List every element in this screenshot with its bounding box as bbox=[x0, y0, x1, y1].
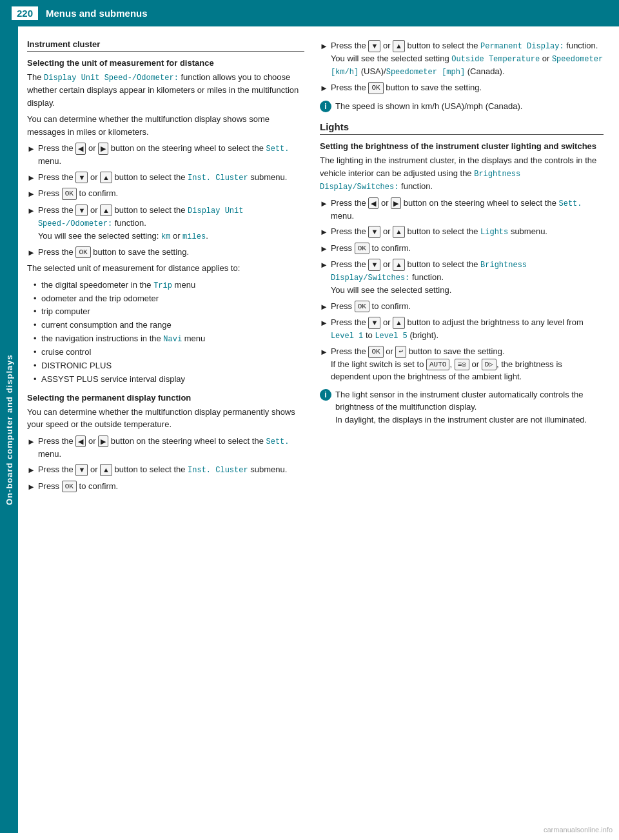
navi-mono: Navi bbox=[163, 335, 182, 344]
info-icon-1: i bbox=[320, 101, 331, 112]
r-step2-item: ► Press the OK button to save the settin… bbox=[320, 81, 604, 95]
info-box-2: i The light sensor in the instrument clu… bbox=[320, 388, 604, 426]
inst-cluster-mono-s2: Inst. Cluster bbox=[188, 466, 248, 475]
subsection2-text: You can determine whether the multifunct… bbox=[27, 406, 304, 431]
step1-item: ► Press the ◀ or ▶ button on the steerin… bbox=[27, 142, 304, 168]
watermark: carmanualsonline.info bbox=[544, 826, 613, 834]
r-step1-content: Press the ▼ or ▲ button to select the Pe… bbox=[331, 39, 604, 78]
up-arrow-btn-2: ▲ bbox=[100, 172, 112, 184]
ok-btn-2: OK bbox=[75, 246, 90, 259]
ok-btn-l5: OK bbox=[355, 301, 369, 313]
up-arrow-r1: ▲ bbox=[393, 40, 405, 52]
sett-mono-1: Sett. bbox=[266, 145, 289, 154]
l-step4-content: Press the ▼ or ▲ button to select the Br… bbox=[331, 258, 604, 297]
down-arrow-l4: ▼ bbox=[368, 259, 380, 271]
speedometer-mph-mono: Speedometer [mph] bbox=[386, 68, 465, 77]
l-step6-content: Press the ▼ or ▲ button to adjust the br… bbox=[331, 316, 604, 342]
step2-item: ► Press the ▼ or ▲ button to select the … bbox=[27, 171, 304, 185]
r-step1-item: ► Press the ▼ or ▲ button to select the … bbox=[320, 39, 604, 78]
step4-content: Press the ▼ or ▲ button to select the Di… bbox=[38, 204, 304, 243]
d-btn-l7: D▷ bbox=[482, 359, 496, 371]
sett-mono-s2: Sett. bbox=[266, 437, 289, 446]
ok-btn-s2: OK bbox=[62, 481, 77, 493]
right-column: ► Press the ▼ or ▲ button to select the … bbox=[320, 39, 604, 820]
section-title-instrument: Instrument cluster bbox=[27, 39, 304, 52]
level1-mono: Level 1 bbox=[331, 332, 363, 341]
arrow-sym-3: ► bbox=[27, 188, 35, 201]
trip-mono: Trip bbox=[153, 281, 172, 290]
l-step4-item: ► Press the ▼ or ▲ button to select the … bbox=[320, 258, 604, 297]
lights-subsection-title: Setting the brightness of the instrument… bbox=[320, 141, 604, 151]
bullet-list: the digital speedometer in the Trip menu… bbox=[34, 279, 304, 386]
l-step2-content: Press the ▼ or ▲ button to select the Li… bbox=[331, 225, 604, 238]
step3-item: ► Press OK to confirm. bbox=[27, 187, 304, 201]
auto-btn-l7: AUTO bbox=[426, 359, 449, 371]
arrow-sym-l4: ► bbox=[320, 259, 328, 272]
arrow-sym-r1: ► bbox=[320, 40, 328, 53]
inst-cluster-mono-1: Inst. Cluster bbox=[188, 174, 248, 183]
lights-title: Lights bbox=[320, 121, 604, 135]
arrow-sym-1: ► bbox=[27, 143, 35, 155]
subsection1-intro-para: The Display Unit Speed-/Odometer: functi… bbox=[27, 71, 304, 109]
header-title: Menus and submenus bbox=[46, 8, 148, 19]
ok-btn-l3: OK bbox=[355, 243, 369, 255]
ok-btn-1: OK bbox=[62, 188, 77, 200]
permanent-display-mono: Permanent Display: bbox=[480, 42, 564, 51]
lights-mono-l2: Lights bbox=[480, 228, 508, 237]
measurement-applies-text: The selected unit of measurement for dis… bbox=[27, 262, 304, 275]
list-item: trip computer bbox=[34, 305, 304, 319]
arrow-sym-2: ► bbox=[27, 172, 35, 185]
arrow-sym-r2: ► bbox=[320, 82, 328, 95]
info-icon-2: i bbox=[320, 389, 331, 401]
arrow-sym-l7: ► bbox=[320, 346, 328, 359]
arrow-sym-4: ► bbox=[27, 205, 35, 217]
list-item: current consumption and the range bbox=[34, 319, 304, 332]
up-arrow-l2: ▲ bbox=[393, 226, 405, 238]
level5-mono: Level 5 bbox=[375, 332, 407, 341]
l-step7-content: Press the OK or ↩ button to save the set… bbox=[331, 345, 604, 383]
doc-btn-l7: ≡◎ bbox=[455, 359, 469, 371]
step3-content: Press OK to confirm. bbox=[38, 187, 304, 200]
left-arrow-btn-1: ◀ bbox=[75, 143, 86, 155]
left-arrow-btn-s2: ◀ bbox=[75, 435, 86, 448]
arrow-sym-l2: ► bbox=[320, 226, 328, 239]
arrow-sym-5: ► bbox=[27, 246, 35, 259]
down-arrow-s2-2: ▼ bbox=[75, 464, 88, 476]
left-column: Instrument cluster Selecting the unit of… bbox=[27, 39, 304, 820]
arrow-sym-l5: ► bbox=[320, 301, 328, 314]
arrow-sym-l6: ► bbox=[320, 317, 328, 330]
up-arrow-l6: ▲ bbox=[393, 317, 405, 329]
ok-btn-l7: OK bbox=[368, 346, 383, 358]
l-step1-item: ► Press the ◀ or ▶ button on the steerin… bbox=[320, 197, 604, 223]
arrow-sym-s2-1: ► bbox=[27, 435, 35, 448]
s2-step2-content: Press the ▼ or ▲ button to select the In… bbox=[38, 463, 304, 476]
list-item: cruise control bbox=[34, 346, 304, 359]
header-bar: 220 Menus and submenus bbox=[0, 0, 619, 26]
brightness-mono: Brightness Display/Switches: bbox=[320, 170, 520, 192]
l-step5-content: Press OK to confirm. bbox=[331, 300, 604, 313]
step2-content: Press the ▼ or ▲ button to select the In… bbox=[38, 171, 304, 184]
ok-btn-r2: OK bbox=[368, 82, 383, 94]
outside-temp-mono: Outside Temperature bbox=[451, 55, 540, 64]
sidebar: On-board computer and displays bbox=[0, 26, 18, 833]
list-item: ASSYST PLUS service interval display bbox=[34, 373, 304, 386]
up-arrow-l4: ▲ bbox=[393, 259, 405, 271]
down-arrow-r1: ▼ bbox=[368, 40, 380, 52]
brightness-mono-l4: Brightness Display/Switches: bbox=[331, 261, 527, 283]
arrow-sym-s2-3: ► bbox=[27, 481, 35, 494]
s2-step3-content: Press OK to confirm. bbox=[38, 480, 304, 493]
display-unit-mono-2: Display Unit Speed-/Odometer: bbox=[38, 206, 244, 228]
subsection1-text2: You can determine whether the multifunct… bbox=[27, 113, 304, 138]
step4-item: ► Press the ▼ or ▲ button to select the … bbox=[27, 204, 304, 243]
s2-step3-item: ► Press OK to confirm. bbox=[27, 480, 304, 494]
arrow-sym-s2-2: ► bbox=[27, 464, 35, 477]
s2-step1-content: Press the ◀ or ▶ button on the steering … bbox=[38, 435, 304, 461]
info-box-1: i The speed is shown in km/h (USA)/mph (… bbox=[320, 100, 604, 113]
subsection2-title: Selecting the permanent display function bbox=[27, 393, 304, 403]
info1-text: The speed is shown in km/h (USA)/mph (Ca… bbox=[335, 100, 522, 113]
left-arrow-l1: ◀ bbox=[368, 197, 378, 210]
arrow-sym-l3: ► bbox=[320, 243, 328, 255]
arrow-sym-l1: ► bbox=[320, 197, 328, 210]
l-step3-content: Press OK to confirm. bbox=[331, 242, 604, 255]
step5-item: ► Press the OK button to save the settin… bbox=[27, 246, 304, 259]
